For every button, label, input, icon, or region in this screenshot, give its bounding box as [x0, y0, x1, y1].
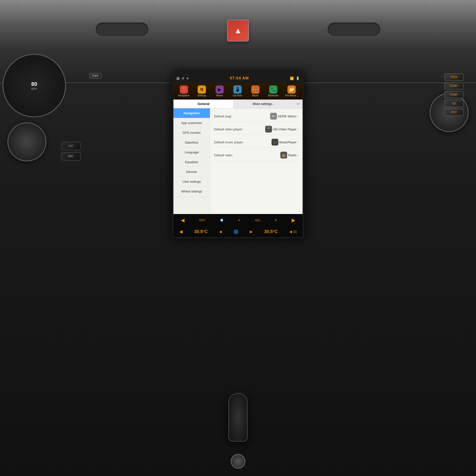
- main-screen: ⏻ ↺ ✳ 07:04 AM 📶 🔋 📍 Navigation ⚙ Settin…: [173, 74, 303, 237]
- file-manager-label: File Mana...: [285, 94, 298, 97]
- speedometer: 80 MPH: [2, 54, 66, 118]
- default-video-value: HD-Video Player: [273, 127, 297, 131]
- vent-left: [95, 22, 149, 37]
- status-bar: ⏻ ↺ ✳ 07:04 AM 📶 🔋: [173, 74, 303, 83]
- default-music-value: MusicPlayer: [279, 140, 297, 144]
- default-video-icon: 🎬: [265, 126, 272, 133]
- fan-icon: 💨: [220, 219, 223, 222]
- car-auto-label: Car Auto: [233, 94, 242, 97]
- ac-button[interactable]: A/C: [61, 142, 81, 150]
- setting-row-default-video[interactable]: Default video player: 🎬 HD-Video Player …: [213, 124, 300, 135]
- pwr-button[interactable]: PWR: [89, 73, 102, 79]
- default-map-icon: ✏: [270, 113, 277, 119]
- mic-button[interactable]: MIC: [61, 152, 81, 160]
- app-car-auto[interactable]: 📱 Car Auto: [230, 85, 245, 98]
- battery-icon: 🔋: [296, 77, 300, 80]
- fan-decrease[interactable]: ◀: [219, 230, 222, 234]
- refresh-icon: ↺: [182, 77, 184, 80]
- settings-sidebar: Navigation App customize GPS monitor Dat…: [173, 108, 210, 214]
- setting-row-default-map[interactable]: Default map: ✏ HERE WeGo ›: [213, 111, 300, 122]
- default-radio-arrow: ›: [297, 153, 299, 157]
- sidebar-item-dimmer[interactable]: Dimmer: [173, 167, 210, 177]
- movie-icon: ▶: [216, 85, 224, 94]
- app-bluetooth[interactable]: 📞 Bluetooth: [266, 85, 281, 98]
- left-temp-decrease[interactable]: ◀: [179, 229, 183, 234]
- settings-label: Settings: [197, 94, 206, 97]
- default-video-arrow: ›: [297, 127, 299, 131]
- defrost-icon: ❄: [275, 219, 277, 222]
- settings-icon: ⚙: [198, 85, 206, 94]
- default-video-value-area: 🎬 HD-Video Player ›: [265, 126, 299, 133]
- fan-icon-bottom: 🌀: [234, 229, 238, 234]
- default-music-label: Default music player:: [214, 140, 270, 144]
- temp-minus-button[interactable]: TEMP-: [444, 91, 464, 98]
- navigation-icon: 📍: [180, 85, 188, 94]
- default-music-value-area: ♪ MusicPlayer ›: [272, 139, 299, 146]
- bluetooth-icon: 📞: [269, 85, 277, 94]
- sidebar-item-gps-monitor[interactable]: GPS monitor: [173, 128, 210, 138]
- status-time: 07:04 AM: [230, 76, 249, 81]
- teek-button[interactable]: TEEK: [444, 73, 464, 81]
- car-auto-icon: 📱: [233, 85, 242, 94]
- default-music-arrow: ›: [297, 140, 299, 144]
- default-radio-value-area: 📻 Radio ›: [280, 152, 299, 158]
- navigation-label: Navigation: [178, 94, 189, 97]
- gear-shift[interactable]: [228, 393, 248, 442]
- sidebar-item-user-settings[interactable]: User settings: [173, 177, 210, 187]
- default-map-label: Default map:: [214, 115, 268, 118]
- wifi-icon: 📶: [290, 77, 294, 80]
- app-file-manager[interactable]: 📁 File Mana...: [284, 85, 299, 98]
- fan-adjust-icon: ⇌: [238, 219, 240, 222]
- off-label: OFF: [199, 219, 205, 222]
- screen-bezel: ⏻ ↺ ✳ 07:04 AM 📶 🔋 📍 Navigation ⚙ Settin…: [172, 72, 304, 238]
- default-radio-value: Radio: [288, 153, 296, 157]
- settings-area: Navigation App customize GPS monitor Dat…: [173, 108, 303, 214]
- status-icons-left: ⏻ ↺ ✳: [176, 77, 189, 80]
- default-map-value: HERE WeGo: [278, 115, 296, 118]
- sidebar-item-wheel-settings[interactable]: Wheel settings: [173, 187, 210, 196]
- app-navigation[interactable]: 📍 Navigation: [177, 85, 191, 98]
- bottom-left-arrow[interactable]: ◀: [181, 217, 185, 223]
- rst-button[interactable]: RST: [444, 109, 464, 116]
- volume-knob[interactable]: [7, 122, 47, 161]
- gear-head[interactable]: [231, 454, 245, 469]
- right-temp-display: 30.5°C: [264, 229, 278, 234]
- bottom-right-arrow[interactable]: ▶: [291, 217, 295, 223]
- screen-bottom-bar: ◀ OFF 💨 ⇌ A/C ❄ ▶: [173, 214, 303, 226]
- sidebar-item-date-time[interactable]: Date/time: [173, 138, 210, 148]
- top-dashboard: [0, 0, 476, 83]
- app-bar: 📍 Navigation ⚙ Settings ▶ Movie 📱 Car Au…: [173, 83, 303, 100]
- music-label: Music: [252, 94, 258, 97]
- vent-right: [327, 22, 381, 37]
- app-music[interactable]: 🎵 Music: [248, 85, 263, 98]
- bluetooth-label: Bluetooth: [268, 94, 278, 97]
- tab-back-button[interactable]: ↩: [294, 100, 303, 108]
- default-map-arrow: ›: [297, 114, 299, 118]
- tab-general[interactable]: General: [173, 100, 234, 108]
- speed-label: ◀ 10: [289, 230, 297, 234]
- climate-temp-bar: ◀ 30.5°C ◀ 🌀 ▶ 30.5°C ◀ 10: [173, 226, 303, 237]
- app-movie[interactable]: ▶ Movie: [212, 85, 227, 98]
- right-control-panel: TEEK TEMP+ TEMP- SD RST: [444, 73, 464, 116]
- tab-bar: General More settings... ↩: [173, 100, 303, 108]
- sidebar-item-language[interactable]: Language: [173, 148, 210, 157]
- setting-row-default-music[interactable]: Default music player: ♪ MusicPlayer ›: [213, 137, 300, 148]
- sd-button[interactable]: SD: [444, 100, 464, 107]
- default-music-icon: ♪: [272, 139, 278, 146]
- default-map-value-area: ✏ HERE WeGo ›: [270, 113, 299, 119]
- temp-plus-button[interactable]: TEMP+: [444, 82, 464, 89]
- hazard-button[interactable]: [227, 19, 249, 42]
- sidebar-item-equalizer[interactable]: Equalizer: [173, 157, 210, 167]
- setting-row-default-radio[interactable]: Default radio: 📻 Radio ›: [213, 150, 300, 161]
- brightness-icon: ✳: [186, 77, 189, 80]
- default-video-label: Default video player:: [214, 127, 263, 131]
- sidebar-item-navigation[interactable]: Navigation: [173, 108, 210, 118]
- app-settings[interactable]: ⚙ Settings: [194, 85, 209, 98]
- music-icon: 🎵: [251, 85, 259, 94]
- power-icon: ⏻: [176, 77, 180, 80]
- left-control-buttons: A/C MIC: [61, 142, 81, 160]
- fan-increase[interactable]: ▶: [250, 230, 253, 234]
- pwr-area: PWR: [89, 73, 102, 79]
- sidebar-item-app-customize[interactable]: App customize: [173, 118, 210, 128]
- tab-more-settings[interactable]: More settings...: [234, 100, 294, 108]
